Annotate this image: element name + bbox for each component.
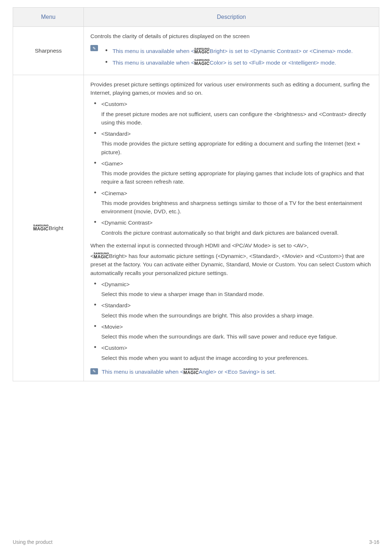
sharpness-intro: Controls the clarity of details of pictu… (90, 32, 372, 40)
footer-title: Using the product (13, 538, 53, 546)
sharpness-note-2: This menu is unavailable when <SAMSUNGMA… (105, 58, 372, 67)
header-description: Description (84, 8, 379, 27)
samsung-magic-logo: SAMSUNGMAGIC (183, 368, 199, 374)
row-sharpness: Sharpness Controls the clarity of detail… (13, 27, 379, 75)
settings-table: Menu Description Sharpness Controls the … (13, 7, 379, 381)
note-icon: ✎ (90, 368, 98, 374)
label-magic-bright: SAMSUNGMAGICBright (13, 75, 84, 381)
sharpness-note: ✎ This menu is unavailable when <SAMSUNG… (90, 44, 372, 70)
list-item: <Cinema> This mode provides brightness a… (94, 189, 372, 216)
list-item: <Game> This mode provides the picture se… (94, 159, 372, 186)
list-item: <Standard> This mode provides the pictur… (94, 130, 372, 156)
header-menu: Menu (13, 8, 84, 27)
list-item: <Dynamic Contrast> Controls the picture … (94, 218, 372, 237)
list-item: <Dynamic> Select this mode to view a sha… (94, 280, 372, 299)
sharpness-note-1: This menu is unavailable when <SAMSUNGMA… (105, 47, 372, 55)
list-item: <Custom> Select this mode when you want … (94, 344, 372, 362)
mb-mid2: <SAMSUNGMAGICBright> has four automatic … (90, 252, 372, 277)
samsung-magic-logo: SAMSUNGMAGIC (33, 225, 49, 231)
page-footer: Using the product 3-16 (13, 538, 379, 546)
note-icon: ✎ (90, 45, 98, 51)
samsung-magic-logo: SAMSUNGMAGIC (194, 59, 209, 65)
list-item: <Custom> If the preset picture modes are… (94, 100, 372, 127)
samsung-magic-logo: SAMSUNGMAGIC (94, 253, 109, 259)
mb-note-text: This menu is unavailable when <SAMSUNGMA… (102, 367, 276, 376)
list-item: <Standard> Select this mode when the sur… (94, 301, 372, 320)
desc-magic-bright: Provides preset picture settings optimiz… (84, 75, 379, 381)
mb-list-1: <Custom> If the preset picture modes are… (90, 100, 372, 237)
footer-page: 3-16 (369, 538, 379, 546)
row-magic-bright: SAMSUNGMAGICBright Provides preset pictu… (13, 75, 379, 381)
mb-list-2: <Dynamic> Select this mode to view a sha… (90, 280, 372, 362)
mb-intro: Provides preset picture settings optimiz… (90, 80, 372, 97)
mb-note: ✎ This menu is unavailable when <SAMSUNG… (90, 367, 372, 376)
samsung-magic-logo: SAMSUNGMAGIC (194, 48, 209, 54)
desc-sharpness: Controls the clarity of details of pictu… (84, 27, 379, 75)
list-item: <Movie> Select this mode when the surrou… (94, 323, 372, 341)
mb-mid1: When the external input is connected thr… (90, 241, 372, 250)
label-sharpness: Sharpness (13, 27, 84, 75)
